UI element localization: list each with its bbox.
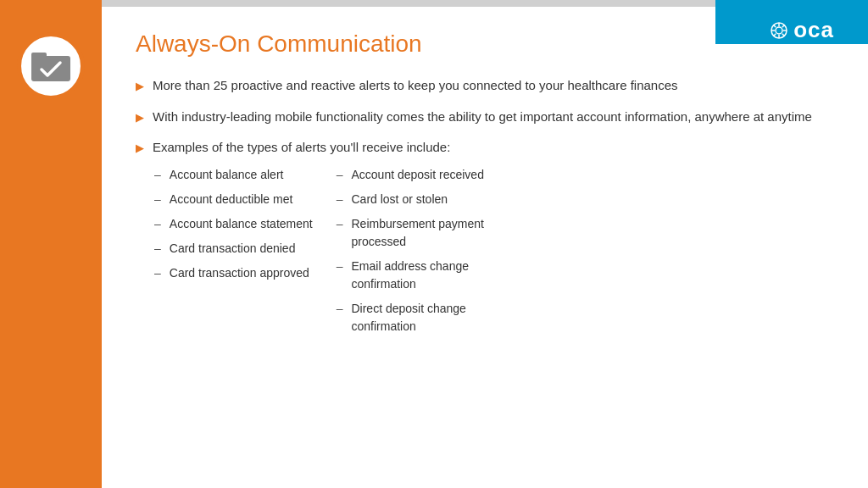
svg-rect-10 bbox=[31, 56, 70, 81]
sub-item-text: Account deductible met bbox=[170, 191, 293, 208]
logo-text: oca bbox=[793, 17, 834, 43]
dash-icon: – bbox=[337, 191, 343, 208]
sub-item-text: Card transaction denied bbox=[170, 240, 296, 258]
dash-icon: – bbox=[337, 300, 343, 318]
bullet-item-3: ▶ Examples of the types of alerts you'll… bbox=[136, 138, 827, 342]
oca-wheel-icon bbox=[770, 21, 788, 40]
dash-icon: – bbox=[337, 215, 343, 233]
dash-icon: – bbox=[154, 240, 161, 258]
list-item: – Account balance alert bbox=[154, 166, 337, 184]
bullet-arrow-2: ▶ bbox=[136, 109, 144, 126]
list-item: – Email address change confirmation bbox=[337, 258, 519, 293]
list-item: – Account balance statement bbox=[154, 215, 337, 233]
page-title: Always-On Communication bbox=[136, 30, 827, 58]
sub-item-text: Card lost or stolen bbox=[351, 191, 448, 208]
sub-item-text: Email address change confirmation bbox=[351, 258, 518, 293]
sub-col-left: – Account balance alert – Account deduct… bbox=[154, 166, 337, 342]
bullet-item-2: ▶ With industry-leading mobile functiona… bbox=[136, 108, 827, 127]
svg-rect-11 bbox=[31, 53, 47, 59]
list-item: – Direct deposit change confirmation bbox=[337, 300, 519, 336]
list-item: – Reimbursement payment processed bbox=[337, 215, 519, 251]
dash-icon: – bbox=[154, 264, 161, 282]
sub-item-text: Reimbursement payment processed bbox=[351, 215, 518, 251]
sub-item-text: Account balance alert bbox=[170, 166, 284, 184]
dash-icon: – bbox=[337, 166, 343, 184]
bullet-arrow-1: ▶ bbox=[136, 78, 144, 95]
main-content-area: Always-On Communication ▶ More than 25 p… bbox=[102, 7, 868, 488]
list-item: – Account deposit received bbox=[337, 166, 519, 184]
bullet-text-3: Examples of the types of alerts you'll r… bbox=[153, 138, 450, 158]
bullet-text-2: With industry-leading mobile functionali… bbox=[153, 108, 827, 127]
bullet-text-1: More than 25 proactive and reactive aler… bbox=[153, 76, 827, 96]
sub-items-container: – Account balance alert – Account deduct… bbox=[154, 166, 518, 342]
svg-point-1 bbox=[776, 27, 782, 34]
list-item: – Account deductible met bbox=[154, 191, 337, 208]
sub-col-right: – Account deposit received – Card lost o… bbox=[337, 166, 519, 342]
sub-item-text: Account deposit received bbox=[351, 166, 483, 184]
left-accent-bar bbox=[0, 7, 102, 488]
bullet-arrow-3: ▶ bbox=[136, 140, 144, 157]
dash-icon: – bbox=[337, 258, 343, 275]
svg-line-8 bbox=[782, 25, 785, 27]
list-item: – Card lost or stolen bbox=[337, 191, 519, 208]
bullet-item-1: ▶ More than 25 proactive and reactive al… bbox=[136, 76, 827, 96]
logo-area: oca bbox=[746, 7, 854, 53]
list-item: – Card transaction denied bbox=[154, 240, 337, 258]
sub-item-text: Card transaction approved bbox=[170, 264, 309, 282]
folder-icon-circle bbox=[17, 32, 85, 100]
folder-checkmark-icon bbox=[30, 47, 72, 85]
dash-icon: – bbox=[154, 191, 161, 208]
sub-item-text: Account balance statement bbox=[170, 215, 313, 233]
svg-line-6 bbox=[774, 25, 776, 27]
svg-line-9 bbox=[774, 33, 776, 36]
main-bullet-list: ▶ More than 25 proactive and reactive al… bbox=[136, 76, 827, 342]
sub-item-text: Direct deposit change confirmation bbox=[351, 300, 518, 336]
dash-icon: – bbox=[154, 166, 161, 184]
list-item: – Card transaction approved bbox=[154, 264, 337, 282]
dash-icon: – bbox=[154, 215, 161, 233]
svg-line-7 bbox=[782, 33, 785, 36]
